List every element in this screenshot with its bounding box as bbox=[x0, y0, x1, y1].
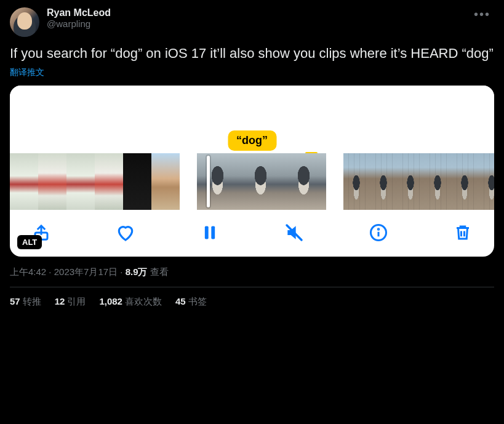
thumbnail bbox=[197, 153, 240, 210]
clip-group-1[interactable] bbox=[10, 153, 180, 210]
tweet-time[interactable]: 上午4:42 bbox=[10, 266, 46, 277]
thumbnail bbox=[123, 153, 151, 210]
stats-row: 57转推 12引用 1,082喜欢次数 45书签 bbox=[10, 287, 494, 308]
media-toolbar bbox=[10, 210, 494, 252]
author-block[interactable]: Ryan McLeod @warpling bbox=[47, 7, 463, 29]
pause-button[interactable] bbox=[199, 222, 220, 243]
alt-badge[interactable]: ALT bbox=[17, 235, 42, 249]
search-term-badge: “dog” bbox=[228, 130, 276, 151]
stat-likes[interactable]: 1,082喜欢次数 bbox=[99, 296, 162, 308]
thumbnail bbox=[10, 153, 38, 210]
thumbnail bbox=[370, 153, 398, 210]
video-timeline[interactable] bbox=[10, 153, 494, 210]
delete-button[interactable] bbox=[452, 222, 473, 243]
thumbnail bbox=[95, 153, 123, 210]
stat-bookmarks[interactable]: 45书签 bbox=[175, 296, 207, 308]
tweet-container: Ryan McLeod @warpling ••• If you search … bbox=[0, 0, 504, 315]
tweet-text: If you search for “dog” on iOS 17 it’ll … bbox=[10, 44, 494, 63]
thumbnail bbox=[479, 153, 494, 210]
media-header-area: “dog” bbox=[10, 86, 494, 153]
info-button[interactable] bbox=[368, 222, 389, 243]
tweet-meta: 上午4:42 · 2023年7月17日 · 8.9万 查看 bbox=[10, 266, 494, 287]
views-count: 8.9万 bbox=[126, 266, 148, 277]
thumbnail bbox=[343, 153, 370, 210]
translate-link[interactable]: 翻译推文 bbox=[10, 67, 44, 78]
svg-point-5 bbox=[378, 228, 379, 230]
views-label: 查看 bbox=[148, 266, 169, 277]
thumbnail bbox=[452, 153, 479, 210]
thumbnail bbox=[66, 153, 95, 210]
author-handle: @warpling bbox=[47, 18, 463, 29]
clip-group-2[interactable] bbox=[197, 153, 326, 210]
avatar[interactable] bbox=[10, 7, 39, 37]
svg-rect-2 bbox=[211, 226, 215, 239]
thumbnail bbox=[425, 153, 452, 210]
thumbnail bbox=[283, 153, 326, 210]
like-button[interactable] bbox=[115, 222, 136, 243]
mute-button[interactable] bbox=[284, 222, 305, 243]
svg-rect-1 bbox=[205, 226, 209, 239]
playhead[interactable] bbox=[207, 156, 210, 207]
more-icon[interactable]: ••• bbox=[470, 7, 494, 22]
stat-quotes[interactable]: 12引用 bbox=[55, 296, 86, 308]
thumbnail bbox=[38, 153, 66, 210]
stat-retweets[interactable]: 57转推 bbox=[10, 296, 41, 308]
pause-icon bbox=[201, 224, 218, 241]
media-card: “dog” bbox=[10, 86, 494, 257]
thumbnail bbox=[151, 153, 180, 210]
info-icon bbox=[369, 223, 388, 242]
thumbnail bbox=[240, 153, 283, 210]
tweet-header: Ryan McLeod @warpling ••• bbox=[10, 7, 494, 37]
clip-group-3[interactable] bbox=[343, 153, 494, 210]
author-name: Ryan McLeod bbox=[47, 7, 463, 18]
trash-icon bbox=[454, 223, 472, 242]
tweet-date[interactable]: 2023年7月17日 bbox=[54, 266, 118, 277]
speaker-muted-icon bbox=[284, 223, 304, 242]
heart-icon bbox=[116, 223, 135, 242]
thumbnail bbox=[398, 153, 425, 210]
